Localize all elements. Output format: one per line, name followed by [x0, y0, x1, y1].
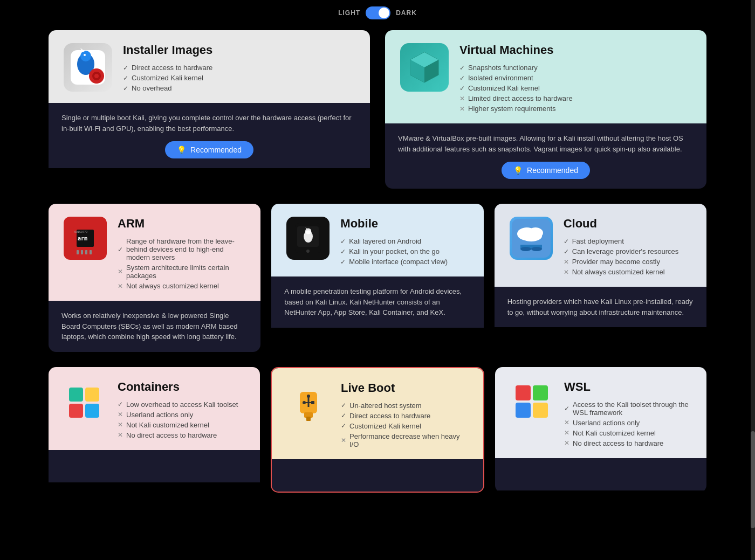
liveboot-features: ✓Un-altered host system ✓Direct access t… [341, 402, 468, 448]
liveboot-card-bottom [272, 459, 483, 492]
check-icon: ✓ [564, 238, 569, 245]
wsl-card[interactable]: WSL ✓Access to the Kali toolset through … [495, 367, 706, 493]
feature-text: Provider may become costly [572, 258, 660, 266]
svg-rect-11 [101, 75, 104, 77]
containers-card-bottom [49, 450, 260, 482]
svg-rect-40 [69, 404, 83, 418]
check-icon: ✓ [459, 85, 465, 92]
x-icon: ✕ [564, 439, 569, 447]
feature-item: ✓Un-altered host system [341, 402, 468, 410]
svg-point-29 [306, 250, 310, 253]
svg-rect-53 [533, 385, 548, 400]
feature-text: Customized Kali kernel [132, 74, 203, 82]
liveboot-card-top: Live Boot ✓Un-altered host system ✓Direc… [272, 368, 483, 459]
installer-recommended-btn[interactable]: 💡 Recommended [165, 141, 253, 158]
installer-card[interactable]: Installer Images ✓Direct access to hardw… [49, 30, 370, 189]
feature-text: Customized Kali kernel [468, 84, 540, 92]
check-icon: ✓ [459, 74, 465, 82]
mobile-features: ✓Kali layered on Android ✓Kali in your p… [340, 237, 468, 266]
feature-item: ✓No overhead [123, 84, 355, 92]
mobile-title: Mobile [340, 217, 468, 231]
svg-point-27 [305, 228, 311, 234]
liveboot-card[interactable]: Live Boot ✓Un-altered host system ✓Direc… [271, 367, 484, 493]
liveboot-title: Live Boot [341, 381, 468, 395]
feature-text: Direct access to hardware [132, 64, 212, 72]
mobile-info: Mobile ✓Kali layered on Android ✓Kali in… [340, 217, 468, 266]
cloud-card-bottom: Hosting providers which have Kali Linux … [495, 287, 706, 327]
svg-rect-20 [81, 250, 83, 254]
svg-point-2 [80, 51, 91, 61]
feature-item: ✕No direct access to hardware [118, 431, 245, 439]
arm-card[interactable]: arm 00150779 ARM ✓Range of hardware from… [49, 204, 260, 352]
feature-item: ✓Customized Kali kernel [459, 84, 691, 92]
svg-rect-43 [85, 404, 99, 418]
feature-item: ✓Direct access to hardware [123, 64, 355, 72]
svg-text:arm: arm [78, 236, 87, 241]
wsl-icon [510, 380, 553, 423]
feature-text: System architecture limits certain packa… [126, 264, 245, 280]
mobile-card-bottom: A mobile penetration testing platform fo… [271, 276, 483, 328]
check-icon: ✓ [118, 400, 123, 408]
svg-point-50 [303, 401, 306, 404]
check-icon: ✓ [341, 402, 346, 409]
feature-text: Higher system requirements [468, 105, 556, 113]
x-icon: ✕ [459, 95, 465, 102]
liveboot-icon [287, 381, 330, 424]
svg-point-48 [307, 395, 310, 398]
feature-text: Kali in your pocket, on the go [349, 247, 440, 255]
feature-text: No overhead [132, 84, 171, 92]
theme-toggle-bar: LIGHT DARK [0, 0, 755, 30]
feature-text: Fast deployment [572, 237, 624, 245]
arm-description: Works on relatively inexpensive & low po… [61, 310, 248, 342]
feature-text: No direct access to hardware [573, 439, 663, 447]
arm-card-top: arm 00150779 ARM ✓Range of hardware from… [49, 204, 260, 301]
vm-features: ✓Snapshots functionary ✓Isolated environ… [459, 64, 691, 113]
check-icon: ✓ [340, 258, 346, 266]
containers-features: ✓Low overhead to access Kali toolset ✕Us… [118, 400, 245, 439]
top-row: Installer Images ✓Direct access to hardw… [49, 30, 706, 189]
check-icon: ✓ [118, 246, 123, 253]
feature-item: ✕Not Kali customized kernel [118, 421, 245, 429]
mid-row: arm 00150779 ARM ✓Range of hardware from… [49, 204, 706, 352]
svg-rect-22 [90, 250, 92, 254]
containers-card[interactable]: Containers ✓Low overhead to access Kali … [49, 367, 260, 493]
vm-recommended-btn[interactable]: 💡 Recommended [502, 162, 590, 179]
check-icon: ✓ [341, 422, 346, 430]
svg-rect-42 [85, 388, 99, 402]
feature-text: Range of hardware from the leave-behind … [126, 237, 245, 261]
feature-item: ✓Low overhead to access Kali toolset [118, 400, 245, 409]
feature-item: ✕Higher system requirements [459, 105, 691, 113]
feature-text: Not Kali customized kernel [573, 429, 656, 437]
feature-item: ✓Kali in your pocket, on the go [340, 247, 468, 255]
svg-rect-54 [516, 403, 531, 418]
svg-rect-51 [311, 401, 314, 404]
feature-item: ✓Access to the Kali toolset through the … [564, 400, 691, 417]
wsl-info: WSL ✓Access to the Kali toolset through … [564, 380, 691, 447]
feature-item: ✕System architecture limits certain pack… [118, 264, 245, 280]
feature-text: Userland actions only [126, 411, 193, 419]
scrollbar-thumb[interactable] [751, 431, 755, 528]
feature-item: ✕Not Kali customized kernel [564, 429, 691, 437]
feature-item: ✓Mobile interface (compact view) [340, 258, 468, 266]
dark-label: DARK [396, 9, 417, 17]
cloud-description: Hosting providers which have Kali Linux … [507, 296, 694, 317]
check-icon: ✓ [123, 64, 128, 72]
cloud-card[interactable]: Cloud ✓Fast deployment ✓Can leverage pro… [495, 204, 706, 352]
svg-point-36 [520, 247, 531, 251]
feature-item: ✕Userland actions only [564, 419, 691, 427]
mobile-card[interactable]: Mobile ✓Kali layered on Android ✓Kali in… [271, 204, 483, 352]
svg-rect-55 [533, 403, 548, 418]
scrollbar[interactable] [751, 0, 755, 560]
arm-info: ARM ✓Range of hardware from the leave-be… [118, 217, 245, 290]
installer-description: Single or multiple boot Kali, giving you… [61, 113, 357, 134]
check-icon: ✓ [123, 85, 128, 92]
x-icon: ✕ [459, 105, 465, 113]
installer-recommended-label: Recommended [190, 146, 242, 154]
theme-toggle[interactable] [366, 6, 390, 19]
vm-card[interactable]: Virtual Machines ✓Snapshots functionary … [385, 30, 706, 189]
check-icon: ✓ [564, 248, 569, 255]
bulb-icon: 💡 [513, 166, 523, 175]
feature-item: ✓Customized Kali kernel [123, 74, 355, 82]
wsl-features: ✓Access to the Kali toolset through the … [564, 400, 691, 447]
x-icon: ✕ [341, 437, 346, 444]
